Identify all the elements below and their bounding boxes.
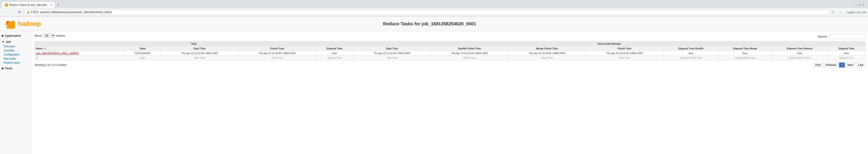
sidebar-job-label: Job: [6, 40, 11, 44]
col-shuffle-finish[interactable]: Shuffle Finish Time: [431, 46, 508, 51]
col-elapsed-shuffle[interactable]: Elapsed Time Shuffle: [663, 46, 718, 51]
footer-a-start: Start Time: [353, 56, 431, 60]
sidebar-section-tools: ▶ Tools: [0, 66, 31, 71]
address-bar[interactable]: 🔒 不安全 spark01:19888/jobhistory/tasks/job…: [24, 9, 829, 15]
top-controls: Show 20 10 25 50 100 entries Search:: [34, 33, 865, 40]
footer-elapsed-total: Elapsed Time: [828, 56, 865, 60]
elapsed-merge-cell: 0sec: [719, 51, 772, 56]
window-maximize-button[interactable]: □: [859, 3, 861, 6]
footer-elapsed-merge: Elapsed Merge Time: [719, 56, 772, 60]
successful-attempt-group-header: Successful Attempt: [353, 42, 865, 46]
sidebar-application-label: Application: [5, 34, 21, 37]
elapsed-shuffle-cell: 3sec: [663, 51, 718, 56]
page-title: Reduce Tasks for job_1681358254620_0001: [41, 21, 818, 26]
col-elapsed-reduce[interactable]: Elapsed Time Reduce: [772, 46, 828, 51]
search-label: Search:: [817, 35, 828, 38]
footer-a-finish: Finish Time: [586, 56, 663, 60]
merge-finish-cell: Thu Apr 13 12:10:43 +0800 2023: [508, 51, 586, 56]
first-page-button[interactable]: First: [813, 62, 823, 68]
new-tab-button[interactable]: +: [55, 2, 61, 8]
col-state[interactable]: State: [124, 46, 161, 51]
task-name-link[interactable]: task_1681358254620_0001_r_000000: [36, 52, 79, 55]
browser-chrome: H Reduce Tasks for job_1681358... × + ─ …: [0, 0, 868, 17]
footer-label-row: ID State Start Time Finish Time Elapsed …: [35, 56, 865, 60]
browser-actions: ☆ ⋮: [830, 9, 844, 16]
table-row: task_1681358254620_0001_r_000000 SUCCEED…: [35, 51, 865, 56]
content-area: Show 20 10 25 50 100 entries Search:: [32, 31, 868, 154]
col-elapsed-total[interactable]: Elapsed Time: [828, 46, 865, 51]
tab-close-button[interactable]: ×: [50, 3, 52, 7]
address-url: spark01:19888/jobhistory/tasks/job_16813…: [40, 11, 112, 14]
entries-select[interactable]: 20 10 25 50 100: [43, 33, 55, 38]
col-finish-time[interactable]: Finish Time: [239, 46, 316, 51]
hadoop-elephant-icon: [4, 18, 17, 29]
svg-text:H: H: [6, 4, 7, 6]
elapsed-total-cell: 4sec: [828, 51, 865, 56]
col-elapsed-merge[interactable]: Elapsed Time Merge: [719, 46, 772, 51]
sidebar-link-counters[interactable]: Counters: [0, 49, 31, 53]
main-layout: ▶ Application ▼ Job Overview Counters Co…: [0, 31, 868, 154]
sidebar-header-application[interactable]: ▶ Application: [0, 33, 31, 38]
forward-button[interactable]: →: [9, 9, 16, 16]
col-start-time[interactable]: Start Time: [161, 46, 239, 51]
sidebar-header-tools[interactable]: ▶ Tools: [0, 66, 31, 71]
sidebar-header-job[interactable]: ▼ Job: [0, 39, 31, 44]
footer-shuffle: Shuffle Time: [431, 56, 508, 60]
col-name[interactable]: Name ▲: [35, 46, 125, 51]
col-attempt-start[interactable]: Start Time: [353, 46, 431, 51]
tab-bar: H Reduce Tasks for job_1681358... × + ─ …: [0, 0, 868, 8]
sidebar-tools-label: Tools: [5, 67, 13, 70]
svg-point-10: [7, 22, 8, 23]
name-sort-icon: ▲: [44, 48, 46, 50]
window-minimize-button[interactable]: ─: [855, 3, 857, 6]
previous-page-button[interactable]: Previous: [824, 62, 838, 68]
next-page-button[interactable]: Next: [846, 62, 855, 68]
sidebar-section-application: ▶ Application: [0, 33, 31, 38]
back-button[interactable]: ←: [2, 9, 8, 16]
show-entries-control: Show 20 10 25 50 100 entries: [34, 33, 65, 38]
footer-controls: Showing 1 to 1 of 1 entries First Previo…: [34, 61, 865, 68]
footer-elapsed-shuffle: Elapsed Shuffle Time: [663, 56, 718, 60]
pagination: First Previous 1 Next Last: [813, 62, 865, 68]
col-attempt-finish[interactable]: Finish Time: [586, 46, 663, 51]
last-page-button[interactable]: Last: [856, 62, 865, 68]
browser-menu-button[interactable]: ⋮: [837, 9, 844, 16]
attempt-finish-cell: Thu Apr 13 12:10:43 +0800 2023: [586, 51, 663, 56]
tasks-table: Task Successful Attempt Name ▲ State Sta…: [34, 41, 865, 60]
col-elapsed-time[interactable]: Elapsed Time: [316, 46, 353, 51]
tab-favicon: H: [5, 3, 8, 6]
footer-elapsed-reduce: Elapsed Reduce Time: [772, 56, 828, 60]
header-bar: hadoop Reduce Tasks for job_168135825462…: [0, 17, 868, 31]
task-elapsed-cell: 4sec: [316, 51, 353, 56]
tab-title: Reduce Tasks for job_1681358...: [9, 3, 49, 6]
task-name-cell: task_1681358254620_0001_r_000000: [35, 51, 125, 56]
bookmark-star-button[interactable]: ☆: [830, 9, 836, 16]
search-bar: Search:: [817, 34, 865, 39]
task-start-cell: Thu Apr 13 12:10:39 +0800 2023: [161, 51, 239, 56]
app-container: hadoop Reduce Tasks for job_168135825462…: [0, 17, 868, 154]
security-icon: 🔒 不安全: [26, 10, 39, 14]
hadoop-logo-text: hadoop: [18, 20, 41, 27]
sidebar-link-configuration[interactable]: Configuration: [0, 53, 31, 57]
sidebar-link-reduce-tasks[interactable]: Reduce tasks: [0, 61, 31, 65]
search-input[interactable]: [829, 34, 865, 39]
footer-id: ID: [35, 56, 125, 60]
refresh-button[interactable]: ↻: [16, 9, 23, 16]
col-merge-finish[interactable]: Merge Finish Time: [508, 46, 586, 51]
showing-text: Showing 1 to 1 of 1 entries: [34, 63, 66, 67]
window-close-button[interactable]: ×: [863, 3, 864, 6]
current-page-button[interactable]: 1: [839, 62, 845, 68]
tools-arrow-icon: ▶: [2, 67, 4, 70]
footer-state: State: [124, 56, 161, 60]
logged-in-label: Logged in as: root: [846, 11, 866, 14]
footer-elapsed: Elapsed Time: [316, 56, 353, 60]
group-header-row: Task Successful Attempt: [35, 42, 865, 46]
task-finish-cell: Thu Apr 13 12:10:43 +0800 2023: [239, 51, 316, 56]
active-tab[interactable]: H Reduce Tasks for job_1681358... ×: [2, 2, 55, 8]
sidebar-link-overview[interactable]: Overview: [0, 44, 31, 49]
navigation-bar: ← → ↻ 🔒 不安全 spark01:19888/jobhistory/tas…: [0, 8, 868, 16]
sidebar-link-map-tasks[interactable]: Map tasks: [0, 57, 31, 61]
task-group-header: Task: [35, 42, 353, 46]
elapsed-reduce-cell: 0sec: [772, 51, 828, 56]
task-state-cell: SUCCEEDED: [124, 51, 161, 56]
